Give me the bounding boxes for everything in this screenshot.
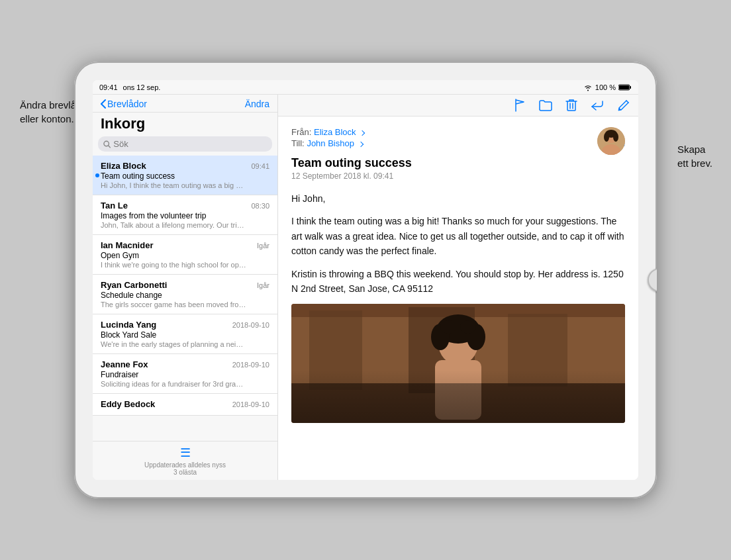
home-button[interactable]: [648, 268, 657, 292]
battery-icon: [618, 83, 632, 91]
mail-item-header: Lucinda Yang 2018-09-10: [101, 320, 269, 330]
email-subject: Team outing success: [291, 156, 625, 170]
edit-button[interactable]: Ändra: [245, 99, 269, 109]
mail-time: 08:30: [251, 202, 269, 210]
right-panel: Från: Eliza Block Till: John Bishop Göm: [278, 95, 638, 480]
mail-sender: Ian Macnider: [101, 240, 153, 250]
email-from: Från: Eliza Block: [291, 127, 364, 137]
from-chevron: [360, 130, 365, 136]
mail-item-header: Eliza Block 09:41: [101, 161, 269, 171]
right-toolbar: [278, 95, 638, 117]
annotation-compose: Skapaett brev.: [677, 142, 712, 170]
mail-time: Igår: [257, 242, 269, 250]
mail-item[interactable]: Eliza Block 09:41 Team outing success Hi…: [93, 156, 277, 195]
mail-preview: Hi John, I think the team outing was a b…: [101, 181, 246, 189]
svg-point-3: [104, 141, 109, 146]
status-time: 09:41: [99, 83, 118, 91]
to-chevron: [358, 142, 363, 147]
filter-icon: ☰: [180, 445, 191, 460]
mail-item-header: Ian Macnider Igår: [101, 240, 269, 250]
flag-icon[interactable]: [514, 99, 526, 112]
mail-preview: Soliciting ideas for a fundraiser for 3r…: [101, 380, 246, 388]
svg-line-7: [619, 101, 626, 108]
status-bar: 09:41 ons 12 sep. 100 %: [93, 80, 638, 95]
left-footer: ☰ Uppdaterades alldeles nyss 3 olästa: [93, 441, 277, 480]
left-panel: Brevlådor Ändra Inkorg Eliza Block 09:41: [93, 95, 278, 480]
mail-item-header: Ryan Carbonetti Igår: [101, 280, 269, 290]
left-header: Brevlådor Ändra: [93, 95, 277, 113]
mail-subject: Fundraiser: [101, 370, 269, 379]
mail-item[interactable]: Ryan Carbonetti Igår Schedule change The…: [93, 275, 277, 314]
status-day: ons 12 sep.: [123, 83, 161, 91]
search-icon: [103, 140, 111, 148]
mail-list: Eliza Block 09:41 Team outing success Hi…: [93, 156, 277, 441]
device: 09:41 ons 12 sep. 100 %: [74, 62, 657, 498]
folder-icon[interactable]: [539, 99, 552, 111]
from-name[interactable]: Eliza Block: [314, 127, 356, 137]
mail-subject: Block Yard Sale: [101, 330, 269, 340]
email-body: Hi John, I think the team outing was a b…: [291, 191, 625, 296]
email-content: Från: Eliza Block Till: John Bishop Göm: [278, 117, 638, 480]
trash-icon[interactable]: [565, 99, 577, 112]
chevron-left-icon: [101, 99, 106, 109]
svg-rect-1: [619, 85, 629, 89]
footer-update: Uppdaterades alldeles nyss: [144, 461, 226, 469]
svg-rect-18: [508, 314, 567, 387]
mail-time: 09:41: [251, 162, 269, 170]
search-bar[interactable]: [98, 136, 272, 152]
svg-point-23: [440, 320, 456, 334]
to-label: Till:: [291, 138, 305, 148]
mail-item[interactable]: Jeanne Fox 2018-09-10 Fundraiser Solicit…: [93, 354, 277, 394]
mail-subject: Images from the volunteer trip: [101, 211, 269, 220]
svg-rect-25: [435, 360, 481, 420]
mail-item-header: Tan Le 08:30: [101, 201, 269, 210]
mail-preview: John, Talk about a lifelong memory. Our …: [101, 221, 246, 229]
content-area: Brevlådor Ändra Inkorg Eliza Block 09:41: [93, 95, 638, 480]
body-greeting: Hi John,: [291, 191, 625, 206]
email-to-row: Till: John Bishop Göm: [291, 138, 625, 148]
mail-sender: Ryan Carbonetti: [101, 280, 167, 290]
mail-preview: I think we're going to the high school f…: [101, 261, 246, 269]
body-paragraph-1: I think the team outing was a big hit! T…: [291, 214, 625, 258]
mail-subject: Open Gym: [101, 251, 269, 260]
footer-unread: 3 olästa: [173, 469, 197, 476]
reply-icon[interactable]: [591, 99, 604, 111]
email-date: 12 September 2018 kl. 09:41: [291, 171, 625, 181]
back-button[interactable]: Brevlådor: [101, 99, 147, 109]
mail-subject: Team outing success: [101, 171, 269, 181]
mail-time: 2018-09-10: [232, 361, 269, 369]
mail-preview: The girls soccer game has been moved fro…: [101, 301, 246, 308]
mail-time: 2018-09-10: [232, 321, 269, 329]
mail-time: 2018-09-10: [232, 400, 269, 408]
email-from-row: Från: Eliza Block: [291, 127, 625, 138]
mail-item[interactable]: Ian Macnider Igår Open Gym I think we're…: [93, 235, 277, 275]
email-to-text: Till: John Bishop: [291, 138, 363, 148]
mail-time: Igår: [257, 281, 269, 289]
mail-item[interactable]: Lucinda Yang 2018-09-10 Block Yard Sale …: [93, 314, 277, 354]
svg-rect-2: [630, 86, 631, 89]
battery-percent: 100 %: [595, 83, 616, 91]
screen: 09:41 ons 12 sep. 100 %: [93, 80, 638, 480]
mail-item[interactable]: Eddy Bedock 2018-09-10: [93, 394, 277, 416]
svg-rect-26: [291, 383, 625, 423]
status-right: 100 %: [583, 83, 632, 91]
mail-item-header: Jeanne Fox 2018-09-10: [101, 359, 269, 369]
svg-line-4: [109, 146, 110, 147]
mail-item[interactable]: Tan Le 08:30 Images from the volunteer t…: [93, 195, 277, 235]
mail-subject: Schedule change: [101, 291, 269, 300]
svg-point-24: [460, 320, 476, 334]
from-label: Från:: [291, 127, 311, 137]
svg-rect-16: [309, 310, 362, 390]
back-label: Brevlådor: [107, 99, 147, 109]
mail-sender: Tan Le: [101, 201, 128, 210]
to-name[interactable]: John Bishop: [307, 138, 354, 148]
mail-preview: We're in the early stages of planning a …: [101, 340, 246, 348]
search-input[interactable]: [113, 139, 267, 149]
email-attached-image: [291, 304, 625, 423]
mail-sender: Eddy Bedock: [101, 399, 155, 409]
mail-sender: Lucinda Yang: [101, 320, 156, 330]
email-image-svg: [291, 304, 625, 423]
mail-item-header: Eddy Bedock 2018-09-10: [101, 399, 269, 409]
wifi-icon: [583, 83, 593, 91]
compose-icon[interactable]: [617, 99, 630, 112]
